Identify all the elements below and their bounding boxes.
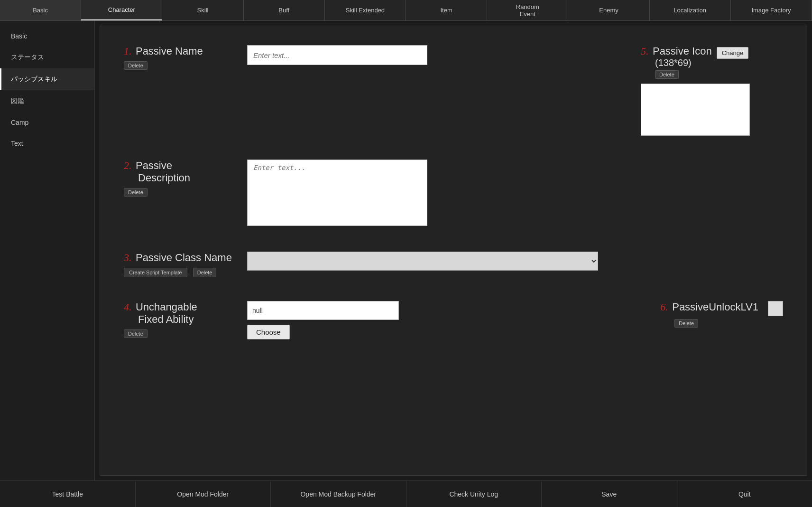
field6-label: PassiveUnlockLV1	[672, 301, 758, 313]
sidebar-item-basic[interactable]: Basic	[0, 26, 94, 47]
passive-description-input[interactable]	[247, 160, 427, 226]
field5-size-label: (138*69)	[655, 57, 692, 68]
field2-label-area: 2. Passive Description Delete	[124, 160, 247, 197]
field6-delete-button[interactable]: Delete	[674, 319, 698, 328]
field2-delete-button[interactable]: Delete	[124, 188, 148, 197]
open-mod-folder-button[interactable]: Open Mod Folder	[136, 481, 271, 507]
tab-basic[interactable]: Basic	[0, 0, 81, 20]
sidebar-item-passive-skill[interactable]: パッシブスキル	[0, 68, 94, 90]
field4-label: Unchangable	[136, 301, 197, 313]
field3-input-area	[247, 252, 783, 271]
bottom-bar: Test Battle Open Mod Folder Open Mod Bac…	[0, 480, 812, 507]
choose-button[interactable]: Choose	[247, 325, 290, 339]
sidebar-item-text[interactable]: Text	[0, 133, 94, 154]
main-layout: Basic ステータス パッシブスキル 図鑑 Camp Text 1. Pass…	[0, 21, 812, 480]
field1-label-area: 1. Passive Name Delete	[124, 45, 247, 70]
field3-number: 3.	[124, 252, 132, 263]
top-tab-bar: Basic Character Skill Buff Skill Extende…	[0, 0, 812, 21]
field6-number: 6.	[660, 301, 668, 313]
row-4-6: 4. Unchangable Fixed Ability Delete Choo…	[124, 301, 783, 339]
field1-label: Passive Name	[136, 45, 203, 57]
fixed-ability-input[interactable]	[247, 301, 399, 320]
test-battle-button[interactable]: Test Battle	[0, 481, 136, 507]
field5-area: 5. Passive Icon (138*69) Change Delete	[641, 45, 783, 136]
open-mod-backup-folder-button[interactable]: Open Mod Backup Folder	[271, 481, 406, 507]
passive-class-name-select[interactable]	[247, 252, 598, 271]
field4-number: 4.	[124, 301, 132, 313]
field3-label: Passive Class Name	[136, 252, 232, 263]
quit-button[interactable]: Quit	[677, 481, 812, 507]
tab-random-event[interactable]: RandomEvent	[487, 0, 568, 20]
passive-name-input[interactable]	[247, 45, 427, 65]
sidebar-item-status[interactable]: ステータス	[0, 47, 94, 68]
tab-skill[interactable]: Skill	[162, 0, 243, 20]
field1-input-area	[247, 45, 612, 65]
field2-label2: Description	[138, 172, 247, 184]
field4-section: 4. Unchangable Fixed Ability Delete Choo…	[124, 301, 632, 339]
tab-buff[interactable]: Buff	[244, 0, 325, 20]
create-script-template-button[interactable]: Create Script Template	[124, 268, 187, 277]
passive-icon-preview	[641, 84, 750, 136]
tab-localization[interactable]: Localization	[650, 0, 731, 20]
sidebar-item-camp[interactable]: Camp	[0, 112, 94, 133]
tab-image-factory[interactable]: Image Factory	[731, 0, 812, 20]
field4-label2: Fixed Ability	[138, 313, 247, 326]
tab-item[interactable]: Item	[406, 0, 487, 20]
field2-input-area	[247, 160, 783, 228]
field6-section: 6. PassiveUnlockLV1 Delete	[660, 301, 783, 328]
tab-enemy[interactable]: Enemy	[568, 0, 649, 20]
tab-character[interactable]: Character	[81, 0, 162, 20]
field2-label: Passive	[136, 160, 172, 171]
field4-input-area: Choose	[247, 301, 399, 339]
field4-delete-button[interactable]: Delete	[124, 329, 148, 338]
field3-delete-button[interactable]: Delete	[193, 268, 217, 277]
field5-number: 5.	[641, 45, 649, 57]
tab-skill-extended[interactable]: Skill Extended	[325, 0, 406, 20]
sidebar: Basic ステータス パッシブスキル 図鑑 Camp Text	[0, 21, 95, 480]
field5-change-button[interactable]: Change	[717, 47, 749, 59]
field2-number: 2.	[124, 160, 132, 171]
content-area: 1. Passive Name Delete 5. Passive Icon	[100, 26, 807, 476]
field3-label-area: 3. Passive Class Name Create Script Temp…	[124, 252, 247, 277]
field1-delete-button[interactable]: Delete	[124, 61, 148, 70]
field1-number: 1.	[124, 45, 132, 57]
check-unity-log-button[interactable]: Check Unity Log	[406, 481, 542, 507]
field5-delete-button[interactable]: Delete	[655, 70, 679, 79]
save-button[interactable]: Save	[542, 481, 677, 507]
field5-label: Passive Icon	[653, 45, 712, 57]
passive-unlock-checkbox[interactable]	[768, 301, 783, 316]
sidebar-item-zukan[interactable]: 図鑑	[0, 90, 94, 112]
field4-label-area: 4. Unchangable Fixed Ability Delete	[124, 301, 247, 338]
